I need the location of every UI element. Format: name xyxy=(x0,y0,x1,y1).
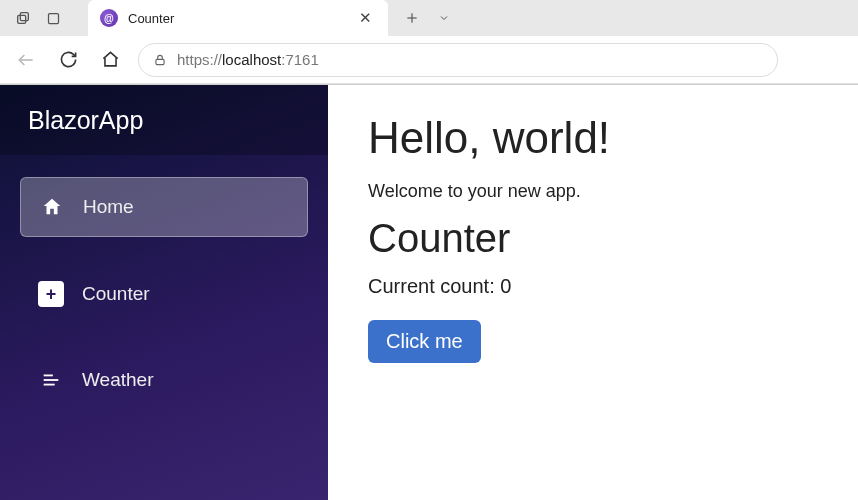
click-me-button[interactable]: Click me xyxy=(368,320,481,363)
svg-rect-6 xyxy=(156,59,164,64)
lock-icon xyxy=(153,53,167,67)
tab-dropdown-button[interactable] xyxy=(430,4,458,32)
svg-rect-0 xyxy=(18,15,26,23)
sidebar: BlazorApp Home + Counter Weather xyxy=(0,85,328,500)
sidebar-item-label: Counter xyxy=(82,283,150,305)
browser-tab[interactable]: @ Counter ✕ xyxy=(88,0,388,36)
blazor-favicon: @ xyxy=(100,9,118,27)
url-text: https://localhost:7161 xyxy=(177,51,319,68)
url-port: :7161 xyxy=(281,51,319,68)
address-bar: https://localhost:7161 xyxy=(0,36,858,84)
url-host: localhost xyxy=(222,51,281,68)
window-icon[interactable] xyxy=(38,11,68,26)
svg-rect-2 xyxy=(48,13,58,23)
house-icon xyxy=(39,194,65,220)
close-tab-button[interactable]: ✕ xyxy=(355,9,376,27)
refresh-button[interactable] xyxy=(54,46,82,74)
counter-heading: Counter xyxy=(368,216,818,261)
url-scheme: https:// xyxy=(177,51,222,68)
sidebar-nav: Home + Counter Weather xyxy=(0,155,328,431)
tab-actions-icon[interactable] xyxy=(8,10,38,26)
tab-bar: @ Counter ✕ xyxy=(0,0,858,36)
list-icon xyxy=(38,367,64,393)
welcome-text: Welcome to your new app. xyxy=(368,181,818,202)
url-field[interactable]: https://localhost:7161 xyxy=(138,43,778,77)
new-tab-button[interactable] xyxy=(398,4,426,32)
sidebar-item-label: Home xyxy=(83,196,134,218)
brand-title[interactable]: BlazorApp xyxy=(0,85,328,155)
sidebar-item-counter[interactable]: + Counter xyxy=(20,265,308,323)
browser-chrome: @ Counter ✕ https://localho xyxy=(0,0,858,85)
count-label: Current count: xyxy=(368,275,500,297)
sidebar-item-weather[interactable]: Weather xyxy=(20,351,308,409)
sidebar-item-home[interactable]: Home xyxy=(20,177,308,237)
count-display: Current count: 0 xyxy=(368,275,818,298)
count-value: 0 xyxy=(500,275,511,297)
svg-rect-1 xyxy=(20,13,28,21)
main-content: Hello, world! Welcome to your new app. C… xyxy=(328,85,858,500)
page-heading: Hello, world! xyxy=(368,113,818,163)
app-viewport: BlazorApp Home + Counter Weather Hello, … xyxy=(0,85,858,500)
plus-square-icon: + xyxy=(38,281,64,307)
tab-title: Counter xyxy=(128,11,345,26)
back-button[interactable] xyxy=(12,46,40,74)
sidebar-item-label: Weather xyxy=(82,369,153,391)
home-button[interactable] xyxy=(96,46,124,74)
tab-actions xyxy=(388,4,458,32)
